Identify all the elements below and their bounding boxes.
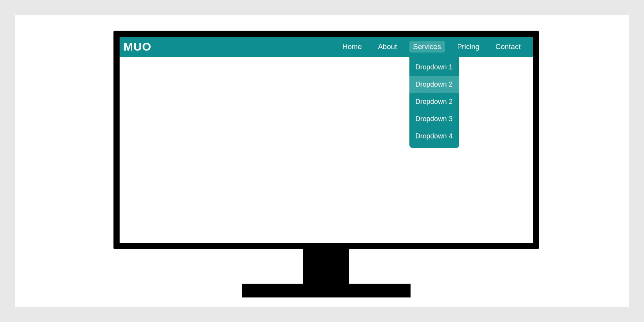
services-dropdown: Dropdown 1 Dropdown 2 Dropdown 2 Dropdow… xyxy=(409,56,459,148)
site-logo[interactable]: MUO xyxy=(123,40,151,53)
monitor-bezel: MUO Home About Services Drop xyxy=(113,31,539,249)
dropdown-item[interactable]: Dropdown 4 xyxy=(409,128,459,145)
nav-item-label: Contact xyxy=(496,43,521,51)
nav-item-label: Pricing xyxy=(457,43,479,51)
nav-item-pricing[interactable]: Pricing xyxy=(453,41,483,53)
monitor: MUO Home About Services Drop xyxy=(113,31,539,297)
nav-items: Home About Services Dropdown 1 xyxy=(338,41,524,53)
nav-item-label: Services xyxy=(413,43,441,51)
dropdown-item-label: Dropdown 3 xyxy=(416,115,453,123)
monitor-base xyxy=(242,284,411,297)
dropdown-item[interactable]: Dropdown 1 xyxy=(409,59,459,76)
nav-item-label: About xyxy=(378,43,397,51)
page-canvas: MUO Home About Services Drop xyxy=(15,15,629,307)
dropdown-item-label: Dropdown 2 xyxy=(416,80,453,88)
nav-item-about[interactable]: About xyxy=(374,41,401,53)
dropdown-item-label: Dropdown 2 xyxy=(416,98,453,105)
monitor-screen: MUO Home About Services Drop xyxy=(120,37,533,243)
navbar: MUO Home About Services Drop xyxy=(120,37,533,57)
dropdown-item[interactable]: Dropdown 2 xyxy=(409,93,459,110)
dropdown-item[interactable]: Dropdown 2 xyxy=(409,76,459,93)
dropdown-item-label: Dropdown 4 xyxy=(416,132,453,140)
nav-item-contact[interactable]: Contact xyxy=(492,41,524,53)
nav-item-services[interactable]: Services Dropdown 1 Dropdown 2 Dropdown … xyxy=(409,41,445,53)
monitor-neck xyxy=(303,249,349,284)
nav-item-label: Home xyxy=(342,43,362,51)
nav-item-home[interactable]: Home xyxy=(338,41,366,53)
dropdown-item[interactable]: Dropdown 3 xyxy=(409,110,459,128)
dropdown-item-label: Dropdown 1 xyxy=(416,63,453,71)
